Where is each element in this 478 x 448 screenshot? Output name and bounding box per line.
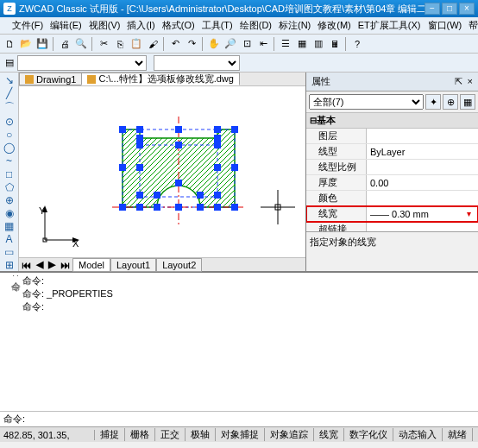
point-icon[interactable]: ⊕	[2, 194, 17, 206]
command-input[interactable]: 命令:	[0, 411, 478, 426]
prop-row-color[interactable]: 颜色	[306, 191, 478, 206]
tablet-toggle[interactable]: 数字化仪	[344, 428, 393, 441]
menu-file[interactable]: 文件(F)	[9, 17, 47, 34]
toolpalette-icon[interactable]: ▥	[311, 36, 326, 52]
menu-view[interactable]: 视图(V)	[85, 17, 124, 34]
rectangle-icon[interactable]: □	[2, 167, 17, 180]
menu-et[interactable]: ET扩展工具(X)	[355, 17, 425, 34]
prop-row-ltscale[interactable]: 线型比例	[306, 160, 478, 175]
color-combo[interactable]	[154, 55, 240, 71]
doc-tab-1[interactable]: Drawing1	[19, 73, 82, 85]
prop-row-linetype[interactable]: 线型ByLayer	[306, 144, 478, 160]
arc-icon[interactable]: ⌒	[2, 100, 17, 115]
hatch-icon[interactable]: ▦	[2, 220, 17, 232]
layout-tabs: ⏮ ◀ ▶ ⏭ Model Layout1 Layout2	[19, 257, 305, 271]
zoom-icon[interactable]: 🔎	[223, 36, 238, 52]
calc-icon[interactable]: 🖩	[327, 36, 343, 52]
properties-grid: 基本 图层 线型ByLayer 线型比例 厚度0.00 颜色 线宽—— 0.30…	[306, 113, 478, 231]
svg-rect-20	[154, 192, 160, 199]
zoom-prev-icon[interactable]: ⇤	[255, 36, 271, 52]
layout-tab-model[interactable]: Model	[72, 258, 110, 272]
maximize-button[interactable]: □	[442, 3, 457, 15]
selection-combo[interactable]: 全部(7)	[309, 94, 424, 110]
polygon-icon[interactable]: ⬠	[2, 181, 17, 193]
layout-first-button[interactable]: ⏮	[19, 260, 34, 270]
category-basic[interactable]: 基本	[306, 113, 478, 129]
lweight-toggle[interactable]: 线宽	[314, 428, 344, 441]
block-icon[interactable]: ◉	[2, 207, 17, 219]
layout-tab-layout2[interactable]: Layout2	[156, 258, 202, 272]
region-icon[interactable]: ▭	[2, 246, 17, 258]
prop-row-lineweight[interactable]: 线宽—— 0.30 mm▾	[306, 206, 478, 222]
dwg-icon	[87, 75, 96, 84]
prop-row-layer[interactable]: 图层	[306, 129, 478, 144]
properties-icon[interactable]: ☰	[278, 36, 293, 52]
menu-modify[interactable]: 修改(M)	[314, 17, 355, 34]
osnap-toggle[interactable]: 对象捕捉	[216, 428, 265, 441]
dyn-toggle[interactable]: 动态输入	[393, 428, 443, 441]
cut-icon[interactable]: ✂	[96, 36, 111, 52]
layout-last-button[interactable]: ⏭	[58, 260, 72, 270]
circle-icon[interactable]: ⊙	[2, 116, 17, 128]
svg-rect-4	[119, 126, 126, 133]
layout-next-button[interactable]: ▶	[46, 259, 58, 270]
layout-prev-button[interactable]: ◀	[34, 259, 46, 270]
properties-pin-icon[interactable]: ⇱	[455, 76, 462, 86]
polar-toggle[interactable]: 极轴	[186, 428, 216, 441]
paste-icon[interactable]: 📋	[129, 36, 144, 52]
open-icon[interactable]: 📂	[18, 36, 34, 52]
menu-tools[interactable]: 工具(T)	[198, 17, 236, 34]
pan-icon[interactable]: ✋	[206, 36, 222, 52]
spline-icon[interactable]: ~	[2, 155, 17, 167]
preview-icon[interactable]: 🔍	[73, 36, 89, 52]
ray-icon[interactable]: ╱	[2, 87, 17, 99]
layer-manager-icon[interactable]: ▤	[2, 55, 17, 71]
dropdown-icon[interactable]: ▾	[462, 209, 475, 218]
ucs-icon: Y X	[36, 205, 79, 249]
minimize-button[interactable]: −	[425, 3, 440, 15]
undo-icon[interactable]: ↶	[167, 36, 183, 52]
dwg-icon	[25, 75, 34, 84]
doc-tab-2[interactable]: C:\...特性】选项板修改线宽.dwg	[81, 73, 239, 85]
copy-icon[interactable]: ⎘	[112, 36, 128, 52]
svg-rect-6	[175, 126, 182, 133]
select-objects-icon[interactable]: ⊕	[443, 94, 458, 110]
menu-draw[interactable]: 绘图(D)	[236, 17, 275, 34]
help-icon[interactable]: ?	[349, 36, 365, 52]
table-icon[interactable]: ⊞	[2, 259, 17, 271]
redo-icon[interactable]: ↷	[184, 36, 199, 52]
zoom-window-icon[interactable]: ⊡	[239, 36, 255, 52]
print-icon[interactable]: 🖨	[57, 36, 72, 52]
menu-format[interactable]: 格式(O)	[159, 17, 198, 34]
quick-select-icon[interactable]: ✦	[425, 94, 441, 110]
properties-title: 属性	[311, 75, 330, 88]
prop-row-thickness[interactable]: 厚度0.00	[306, 175, 478, 191]
menu-insert[interactable]: 插入(I)	[123, 17, 158, 34]
properties-close-icon[interactable]: ×	[468, 76, 473, 86]
svg-rect-5	[136, 126, 143, 133]
layer-combo[interactable]	[17, 55, 147, 71]
canvas[interactable]: Y X	[19, 86, 305, 257]
menu-help[interactable]: 帮助(H)	[465, 17, 478, 34]
line-icon[interactable]: ↘	[2, 74, 17, 86]
grid-toggle[interactable]: 栅格	[125, 428, 155, 441]
match-icon[interactable]: 🖌	[145, 36, 160, 52]
otrack-toggle[interactable]: 对象追踪	[265, 428, 314, 441]
menu-window[interactable]: 窗口(W)	[425, 17, 466, 34]
designcenter-icon[interactable]: ▦	[294, 36, 310, 52]
ortho-toggle[interactable]: 正交	[155, 428, 186, 441]
status-bar: 482.85, 301.35, 捕捉 栅格 正交 极轴 对象捕捉 对象追踪 线宽…	[0, 426, 478, 442]
document-tabs: Drawing1 C:\...特性】选项板修改线宽.dwg	[19, 73, 305, 86]
menu-dimension[interactable]: 标注(N)	[275, 17, 314, 34]
prop-row-hyperlink[interactable]: 超链接	[306, 222, 478, 231]
snap-toggle[interactable]: 捕捉	[95, 428, 125, 441]
menu-edit[interactable]: 编辑(E)	[47, 17, 85, 34]
toggle-pickadd-icon[interactable]: ▦	[460, 94, 475, 110]
text-icon[interactable]: A	[2, 233, 17, 245]
close-button[interactable]: ×	[459, 3, 475, 15]
save-icon[interactable]: 💾	[35, 36, 50, 52]
donut-icon[interactable]: ◯	[2, 142, 17, 154]
ellipse-icon[interactable]: ○	[2, 129, 17, 141]
new-icon[interactable]: 🗋	[2, 36, 17, 52]
layout-tab-layout1[interactable]: Layout1	[110, 258, 156, 272]
